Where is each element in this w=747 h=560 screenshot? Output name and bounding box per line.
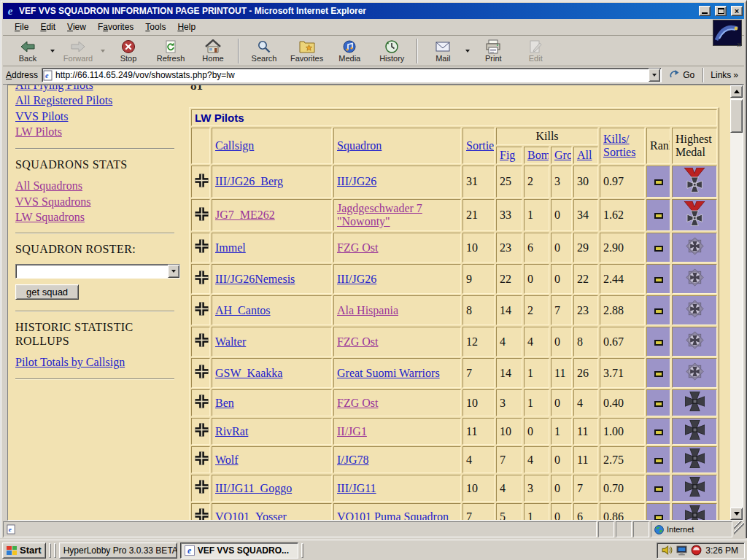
clipped-count-text: 81 [190, 85, 203, 93]
history-button[interactable]: History [371, 38, 412, 63]
address-dropdown-button[interactable] [649, 69, 660, 82]
resize-grip[interactable] [734, 521, 744, 537]
callsign-link[interactable]: Wolf [215, 454, 239, 466]
vertical-scrollbar[interactable] [730, 85, 743, 520]
toolbar-button-label: Refresh [157, 55, 185, 63]
hyperlobby-tray-icon[interactable] [691, 545, 702, 556]
select-dropdown-icon[interactable] [168, 265, 179, 278]
squadron-link[interactable]: III/JG11 [337, 482, 376, 494]
forward-button: Forward [58, 38, 98, 63]
rank-insignia [654, 458, 663, 464]
table-title: LW Pilots [191, 109, 717, 126]
callsign-link[interactable]: Ben [215, 397, 234, 409]
callsign-link[interactable]: III/JG26_Berg [215, 175, 283, 187]
sidebar-link[interactable]: Pilot Totals by Callsign [15, 356, 125, 368]
sidebar-link[interactable]: All Registered Pilots [15, 94, 112, 106]
highest-medal-cell [672, 166, 717, 198]
squadron-link[interactable]: III/JG26 [337, 175, 376, 187]
squadron-link[interactable]: III/JG26 [337, 273, 376, 285]
go-button[interactable]: Go [665, 69, 699, 82]
sidebar-link[interactable]: LW Squadrons [15, 211, 85, 223]
sort-gro-link[interactable]: Gro [554, 149, 572, 161]
squadron-link[interactable]: FZG Ost [337, 241, 378, 254]
stop-button[interactable]: Stop [108, 38, 149, 63]
close-button[interactable]: × [731, 6, 743, 16]
scrollbar-thumb[interactable] [730, 99, 743, 133]
toolbar-button-label: Home [202, 55, 223, 63]
links-button[interactable]: Links » [708, 70, 741, 80]
sort-bom-link[interactable]: Bom [527, 149, 549, 161]
toolbar-overflow-chevron[interactable]: » [737, 39, 741, 50]
kills-per-sorties-cell: 1.62 [600, 199, 645, 231]
menu-favorites[interactable]: Favorites [92, 20, 139, 34]
sidebar-link[interactable]: All Flying Pilots [15, 85, 93, 91]
sort-squadron-link[interactable]: Squadron [337, 139, 382, 152]
get-squad-button[interactable]: get squad [15, 284, 79, 300]
back-button[interactable]: Back [7, 38, 48, 63]
squadron-link[interactable]: FZG Ost [337, 335, 378, 348]
start-button[interactable]: Start [2, 542, 46, 559]
minimize-button[interactable] [699, 6, 711, 16]
kills-all-cell: 22 [573, 264, 598, 294]
home-button[interactable]: Home [193, 38, 233, 63]
squadron-link[interactable]: Ala Hispania [337, 304, 398, 316]
menu-tools[interactable]: Tools [139, 20, 171, 34]
sidebar-link[interactable]: VVS Pilots [15, 110, 68, 122]
menu-help[interactable]: Help [171, 20, 201, 34]
squadron-link[interactable]: I/JG78 [337, 454, 369, 466]
back-dropdown[interactable] [48, 38, 56, 63]
volume-icon[interactable] [662, 545, 673, 556]
callsign-link[interactable]: RivRat [215, 425, 248, 438]
sort-all-link[interactable]: All [577, 149, 592, 161]
scroll-down-button[interactable] [730, 508, 743, 520]
sidebar-link[interactable]: VVS Squadrons [15, 195, 91, 208]
display-settings-icon[interactable] [676, 545, 687, 556]
print-button[interactable]: Print [473, 38, 514, 63]
squadron-link[interactable]: II/JG1 [337, 425, 367, 438]
callsign-link[interactable]: VO101_Yosser [215, 510, 287, 521]
toolbar-button-label: Edit [529, 55, 543, 63]
sidebar-divider [15, 311, 174, 312]
squadron-link[interactable]: Great Suomi Warriors [337, 367, 440, 379]
toolbar-button-label: Search [252, 55, 277, 63]
sort-callsign-link[interactable]: Callsign [215, 139, 254, 152]
sidebar-link[interactable]: LW Pilots [15, 125, 62, 138]
sort-fig-link[interactable]: Fig [500, 149, 515, 161]
taskbar-task-hyperlobby[interactable]: HyperLobby Pro 3.0.33 BETA [59, 542, 177, 559]
kills-bom-cell: 0 [524, 418, 549, 445]
search-button[interactable]: Search [244, 38, 285, 63]
links-chevron-icon: » [733, 70, 738, 80]
menu-file[interactable]: File [9, 20, 34, 34]
sidebar-link[interactable]: All Squadrons [15, 179, 82, 192]
squadron-link[interactable]: Jagdgeschwader 7 "Nowonty" [337, 202, 422, 228]
sort-kills-per-sorties-link[interactable]: Kills/Sorties [603, 133, 641, 159]
scroll-up-button[interactable] [730, 85, 743, 98]
luftwaffe-cell [191, 475, 210, 502]
refresh-button[interactable]: Refresh [150, 38, 191, 63]
rank-insignia [654, 515, 663, 521]
sort-sorties-link[interactable]: Sorties [466, 139, 495, 152]
favorites-button[interactable]: Favorites [286, 38, 328, 63]
callsign-link[interactable]: AH_Cantos [215, 304, 271, 316]
kills-per-sorties-cell: 2.44 [600, 264, 645, 294]
menu-edit[interactable]: Edit [34, 20, 61, 34]
squadron-link[interactable]: FZG Ost [337, 397, 378, 409]
pilot-row: VO101_YosserVO101 Puma Squadron751060.86 [191, 503, 717, 521]
squadron-roster-select[interactable] [15, 264, 180, 279]
callsign-link[interactable]: JG7_ME262 [215, 209, 275, 221]
pilot-row: WalterFZG Ost1244080.67 [191, 327, 717, 357]
media-button[interactable]: Media [329, 38, 370, 63]
address-input[interactable] [55, 69, 646, 81]
callsign-link[interactable]: GSW_Kaakka [215, 367, 282, 379]
mail-dropdown[interactable] [463, 38, 471, 63]
squadron-link[interactable]: VO101 Puma Squadron [337, 510, 449, 521]
maximize-button[interactable] [715, 6, 727, 16]
kills-bom-cell: 1 [524, 199, 549, 231]
callsign-link[interactable]: Walter [215, 335, 246, 348]
taskbar-task-ie-active[interactable]: e VEF VVS SQUADRO... [180, 542, 298, 559]
callsign-link[interactable]: III/JG26Nemesis [215, 273, 295, 285]
mail-button[interactable]: Mail [422, 38, 463, 63]
callsign-link[interactable]: III/JG11_Goggo [215, 482, 292, 494]
callsign-link[interactable]: Immel [215, 241, 246, 254]
menu-view[interactable]: View [61, 20, 92, 34]
